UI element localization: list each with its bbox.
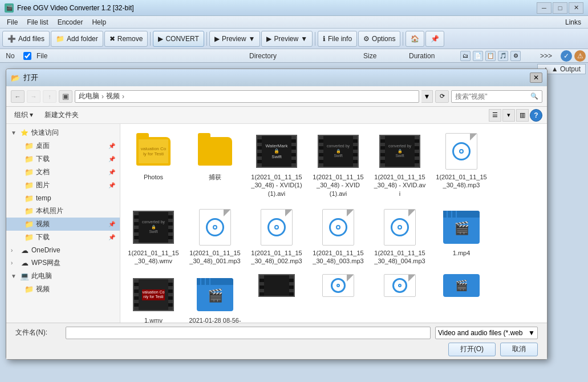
address-dropdown[interactable]: ▼ [421, 90, 433, 103]
organize-button[interactable]: 组织 ▾ [11, 109, 37, 121]
dialog-title: 📂 打开 [11, 73, 38, 83]
expand-icon: ▼ [11, 130, 18, 136]
file-item-wmv[interactable]: valuation Conly for Testi 1.wmv [125, 272, 182, 323]
minimize-button[interactable]: ─ [537, 2, 551, 14]
dialog-title-icon: 📂 [11, 74, 20, 82]
col-icon-1[interactable]: 🗂 [460, 51, 471, 61]
view-dropdown[interactable]: ▾ [502, 109, 515, 122]
help-button[interactable]: ? [530, 109, 542, 122]
sidebar-desktop[interactable]: 📁 桌面 📌 [6, 139, 120, 152]
convert-icon: ▶ [158, 35, 163, 43]
file-icon-partial3 [379, 274, 420, 297]
file-item-capture[interactable]: 捕获 [186, 128, 244, 200]
pin-indicator: 📌 [108, 169, 115, 175]
dialog-close-button[interactable]: ✕ [530, 73, 542, 83]
open-button[interactable]: 打开(O) [448, 343, 496, 356]
convert-button[interactable]: ▶ CONVERT [153, 31, 204, 47]
menu-encoder[interactable]: Encoder [53, 17, 88, 27]
view-btn-1[interactable]: ☰ [489, 109, 501, 122]
file-item-audio001[interactable]: 1(2021_01_11_15_30_48)_001.mp3 [186, 204, 244, 268]
view-btn-2[interactable]: ▥ [516, 109, 529, 122]
add-files-button[interactable]: ➕ Add files [2, 31, 50, 47]
sidebar-downloads[interactable]: 📁 下载 📌 [6, 152, 120, 166]
col-icon-4[interactable]: 🎵 [498, 51, 508, 61]
remove-button[interactable]: ✖ Remove [104, 31, 148, 47]
watermark-text: WaterMark🔒Swift [266, 143, 288, 160]
address-breadcrumb[interactable]: 此电脑 › 视频 › [75, 90, 419, 103]
menu-filelist[interactable]: File list [22, 17, 52, 27]
col-icon-2[interactable]: 📄 [473, 51, 483, 61]
col-icon-5[interactable]: ⚙ [510, 51, 521, 61]
sidebar-documents[interactable]: 📁 文档 📌 [6, 166, 120, 179]
close-button[interactable]: ✕ [569, 2, 583, 14]
col-more-header[interactable]: >>> [538, 52, 561, 60]
add-folder-button[interactable]: 📁 Add folder [51, 31, 103, 47]
cancel-button[interactable]: 取消 [500, 343, 538, 356]
file-item-photos[interactable]: valuation Coly for Testi Photos [125, 128, 182, 200]
file-item-partial3[interactable] [371, 272, 428, 323]
new-folder-button[interactable]: 新建文件夹 [41, 109, 82, 121]
maximize-button[interactable]: □ [553, 2, 567, 14]
filename-input[interactable] [66, 327, 431, 339]
sidebar-onedrive[interactable]: › ☁ OneDrive [6, 244, 120, 256]
file-item-audio002[interactable]: 1(2021_01_11_15_30_48)_002.mp3 [248, 204, 305, 268]
file-item-video4[interactable]: converted by🔒Swift 1(2021_01_11_15_30_48… [125, 204, 182, 268]
menu-links[interactable]: Links [561, 17, 586, 27]
menu-file[interactable]: File [2, 17, 22, 27]
file-item-partial1[interactable] [248, 272, 305, 323]
status-ok-icon[interactable]: ✓ [561, 50, 572, 62]
select-all-checkbox[interactable] [23, 52, 31, 60]
filetype-select[interactable]: Video and audio files (*.web ▼ [435, 327, 538, 339]
home-button[interactable]: 🏠 [405, 31, 424, 47]
nav-up-button[interactable]: ↑ [43, 90, 56, 103]
file-item-audio1[interactable]: 1(2021_01_11_15_30_48).mp3 [433, 128, 490, 200]
pin-button[interactable]: 📌 [425, 31, 444, 47]
nav-forward-button[interactable]: → [27, 90, 40, 103]
preview2-button[interactable]: ▶ Preview ▼ [261, 31, 313, 47]
col-file-header[interactable]: File [34, 52, 247, 60]
nav-back-button[interactable]: ← [11, 90, 25, 103]
filmstrip-left [257, 136, 262, 167]
preview1-button[interactable]: ▶ Preview ▼ [209, 31, 261, 47]
sidebar-downloads2[interactable]: 📁 下载 📌 [6, 231, 120, 244]
sidebar-videos[interactable]: 📁 视频 📌 [6, 218, 120, 231]
file-item-partial4[interactable]: 🎬 [433, 272, 490, 323]
file-item-video1[interactable]: WaterMark🔒Swift 1(2021_01_11_15_30_48) -… [248, 128, 305, 200]
options-button[interactable]: ⚙ Options [358, 31, 400, 47]
sidebar-label: temp [36, 194, 51, 202]
folder-icon: 📁 [25, 233, 34, 242]
sidebar-videos2[interactable]: 📁 视频 [6, 283, 120, 296]
status-warn-icon[interactable]: ⚠ [574, 50, 586, 62]
sidebar-quick-access[interactable]: ▼ ⭐ 快速访问 [6, 126, 120, 139]
nav-folder-button[interactable]: ▣ [59, 90, 72, 103]
filename-label: 文件名(N): [15, 328, 61, 337]
refresh-button[interactable]: ⟳ [435, 90, 449, 103]
file-grid-area: valuation Coly for Testi Photos [120, 124, 547, 323]
col-directory-header[interactable]: Directory [247, 52, 361, 60]
file-item-video2[interactable]: converted by🔒Swift 1(2021_01_11_15_30_48… [310, 128, 367, 200]
fileinfo-button[interactable]: ℹ File info [318, 31, 357, 47]
filmstrip-right [415, 136, 419, 167]
sidebar-computer[interactable]: ▼ 💻 此电脑 [6, 270, 120, 283]
file-item-audio003[interactable]: 1(2021_01_11_15_30_48)_003.mp3 [310, 204, 367, 268]
sidebar-temp[interactable]: 📁 temp [6, 192, 120, 204]
search-box[interactable]: 🔍 [451, 90, 542, 103]
file-item-video3[interactable]: converted by🔒Swift 1(2021_01_11_15_30_48… [371, 128, 428, 200]
file-item-audio004[interactable]: 1(2021_01_11_15_30_48)_004.mp3 [371, 204, 428, 268]
file-item-partial2[interactable] [310, 272, 367, 323]
sidebar-label: 快速访问 [31, 128, 59, 138]
clap-icon: 🎬 [208, 288, 223, 303]
col-icon-3[interactable]: 📋 [485, 51, 496, 61]
folder-icon: 📁 [25, 142, 34, 151]
col-duration-header[interactable]: Duration [407, 52, 458, 60]
file-item-mp4-2[interactable]: 🎬 2021-01-28 08-56-37.mp4 [186, 272, 244, 323]
col-size-header[interactable]: Size [361, 52, 407, 60]
file-item-mp4[interactable]: 🎬 1.mp4 [433, 204, 490, 268]
sidebar-label: 文档 [36, 167, 50, 177]
sidebar-local-photos[interactable]: 📁 本机照片 [6, 204, 120, 218]
sidebar-pictures[interactable]: 📁 图片 📌 [6, 179, 120, 192]
video-content: converted by🔒Swift [323, 136, 353, 166]
search-input[interactable] [455, 93, 528, 100]
menu-help[interactable]: Help [87, 17, 111, 27]
sidebar-wps[interactable]: › ☁ WPS网盘 [6, 256, 120, 270]
